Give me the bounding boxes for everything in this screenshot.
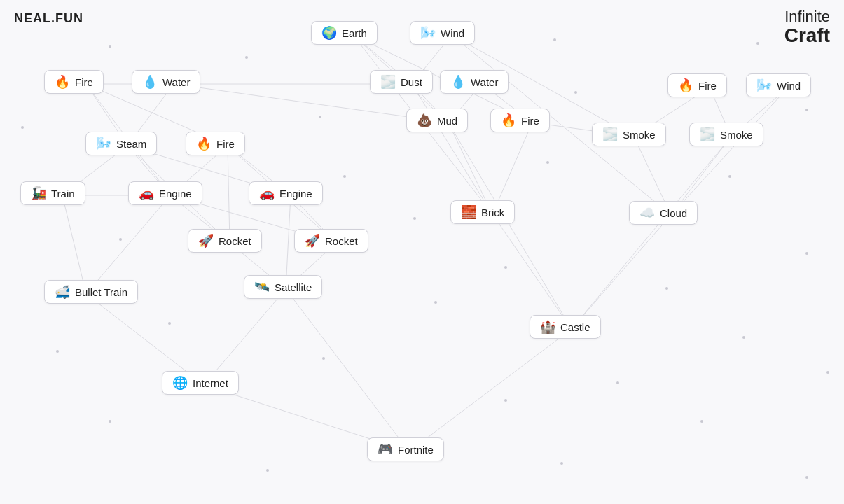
dot-3 — [756, 42, 759, 45]
rocket1-emoji: 🚀 — [198, 234, 214, 247]
node-rocket2[interactable]: 🚀Rocket — [294, 229, 368, 253]
dot-26 — [266, 469, 269, 472]
svg-line-52 — [572, 136, 731, 329]
wind1-emoji: 🌬️ — [420, 27, 436, 39]
dot-6 — [574, 91, 577, 94]
dot-27 — [560, 462, 563, 465]
engine2-emoji: 🚗 — [259, 187, 275, 200]
dot-20 — [322, 357, 325, 360]
node-internet[interactable]: 🌐Internet — [162, 371, 239, 395]
earth-label: Earth — [342, 27, 367, 39]
node-wind1[interactable]: 🌬️Wind — [410, 21, 475, 45]
cloud-label: Cloud — [660, 207, 687, 219]
dot-5 — [319, 115, 321, 118]
dust-emoji: 🌫️ — [380, 76, 396, 88]
internet-label: Internet — [193, 377, 228, 389]
brand-bottom: Craft — [784, 25, 830, 47]
svg-line-51 — [671, 88, 788, 215]
node-fire2[interactable]: 🔥Fire — [186, 132, 245, 155]
water2-label: Water — [471, 76, 498, 88]
wind2-emoji: 🌬️ — [756, 79, 772, 92]
dot-17 — [665, 287, 668, 290]
engine1-label: Engine — [159, 188, 192, 200]
dot-4 — [21, 126, 24, 129]
water1-emoji: 💧 — [142, 76, 158, 88]
fire1-label: Fire — [75, 76, 93, 88]
node-water2[interactable]: 💧Water — [440, 70, 509, 94]
node-fire1[interactable]: 🔥Fire — [44, 70, 104, 94]
dot-0 — [109, 46, 111, 48]
node-wind2[interactable]: 🌬️Wind — [746, 74, 811, 97]
node-fire4[interactable]: 🔥Fire — [667, 74, 727, 97]
dot-13 — [504, 266, 507, 269]
svg-line-43 — [286, 289, 409, 451]
dot-23 — [109, 420, 111, 423]
dot-19 — [56, 350, 59, 353]
svg-line-32 — [62, 195, 86, 294]
fortnite-label: Fortnite — [398, 444, 434, 456]
smoke2-label: Smoke — [720, 129, 753, 141]
wind1-label: Wind — [441, 27, 464, 39]
smoke1-label: Smoke — [623, 129, 656, 141]
dot-2 — [553, 38, 556, 41]
node-engine2[interactable]: 🚗Engine — [249, 181, 323, 205]
cloud-emoji: ☁️ — [639, 206, 655, 219]
mud-emoji: 💩 — [417, 114, 432, 127]
node-fortnite[interactable]: 🎮Fortnite — [367, 438, 444, 461]
fire4-label: Fire — [698, 80, 717, 92]
dot-15 — [168, 322, 171, 325]
node-smoke1[interactable]: 🌫️Smoke — [592, 122, 666, 146]
node-rocket1[interactable]: 🚀Rocket — [188, 229, 262, 253]
node-satellite[interactable]: 🛰️Satellite — [244, 275, 322, 299]
fire2-emoji: 🔥 — [196, 137, 212, 150]
dot-21 — [616, 382, 619, 384]
fire3-emoji: 🔥 — [501, 114, 516, 127]
internet-emoji: 🌐 — [172, 377, 188, 389]
node-water1[interactable]: 💧Water — [132, 70, 200, 94]
bullet-label: Bullet Train — [75, 286, 127, 298]
wind2-label: Wind — [777, 80, 801, 92]
dot-25 — [700, 420, 703, 423]
node-bullet[interactable]: 🚅Bullet Train — [44, 280, 138, 304]
brand-top: Infinite — [784, 8, 830, 25]
brick-emoji: 🧱 — [461, 206, 476, 218]
dot-10 — [728, 175, 731, 178]
dot-28 — [805, 476, 808, 479]
svg-line-36 — [86, 195, 170, 294]
mud-label: Mud — [437, 115, 457, 127]
dot-1 — [245, 56, 248, 59]
dot-14 — [805, 252, 808, 255]
node-castle[interactable]: 🏰Castle — [530, 315, 601, 339]
water2-emoji: 💧 — [450, 76, 466, 88]
dot-12 — [119, 238, 122, 241]
fortnite-emoji: 🎮 — [378, 443, 393, 456]
svg-line-45 — [572, 215, 671, 329]
engine1-emoji: 🚗 — [139, 187, 154, 200]
node-mud[interactable]: 💩Mud — [406, 108, 468, 132]
dot-8 — [343, 175, 346, 178]
svg-line-41 — [492, 214, 572, 329]
rocket1-label: Rocket — [219, 235, 251, 247]
steam-label: Steam — [116, 138, 146, 150]
dot-18 — [742, 336, 745, 339]
brick-label: Brick — [481, 206, 504, 218]
node-fire3[interactable]: 🔥Fire — [490, 108, 550, 132]
train-emoji: 🚂 — [31, 187, 46, 200]
node-earth[interactable]: 🌍Earth — [311, 21, 378, 45]
node-train[interactable]: 🚂Train — [20, 181, 85, 205]
dot-9 — [546, 161, 549, 164]
rocket2-label: Rocket — [325, 235, 358, 247]
node-cloud[interactable]: ☁️Cloud — [629, 201, 698, 225]
node-smoke2[interactable]: 🌫️Smoke — [689, 122, 763, 146]
node-dust[interactable]: 🌫️Dust — [370, 70, 433, 94]
brand: Infinite Craft — [784, 8, 830, 47]
dot-11 — [413, 217, 416, 220]
train-label: Train — [51, 188, 75, 200]
node-engine1[interactable]: 🚗Engine — [128, 181, 202, 205]
bullet-emoji: 🚅 — [55, 286, 70, 298]
fire1-emoji: 🔥 — [55, 76, 70, 88]
node-steam[interactable]: 🌬️Steam — [85, 132, 157, 155]
castle-label: Castle — [560, 321, 590, 333]
node-brick[interactable]: 🧱Brick — [450, 200, 515, 224]
earth-emoji: 🌍 — [321, 27, 337, 39]
